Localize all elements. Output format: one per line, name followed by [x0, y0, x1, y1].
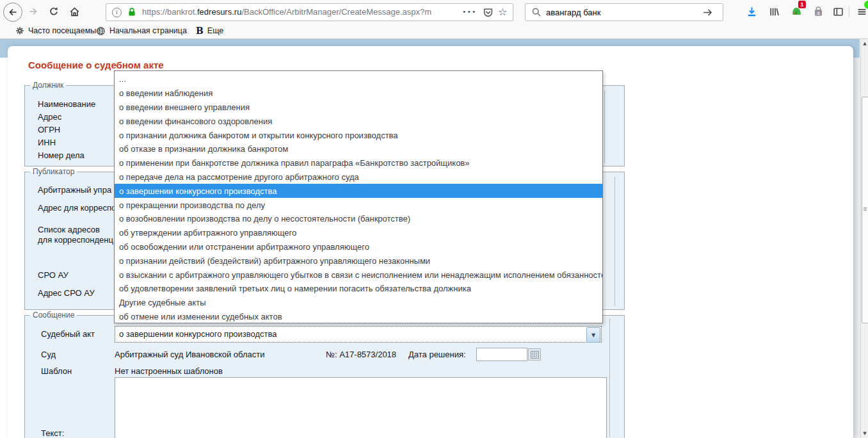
- browser-toolbar: i https://bankrot.fedresurs.ru/BackOffic…: [0, 0, 868, 23]
- scrollbar-grip-icon: [864, 207, 867, 211]
- bookmark-label: Начальная страница: [109, 26, 187, 35]
- update-badge-icon: ↑: [864, 1, 868, 9]
- forward-button[interactable]: [24, 3, 42, 20]
- browser-window: i https://bankrot.fedresurs.ru/BackOffic…: [0, 0, 868, 438]
- bookmark-label: Часто посещаемые: [28, 26, 100, 35]
- message-legend: Сообщение: [30, 311, 77, 320]
- judicial-act-option[interactable]: Другие судебные акты: [115, 296, 602, 310]
- field-label: Номер дела: [38, 150, 84, 161]
- select-dropdown-button[interactable]: ▼: [586, 327, 600, 343]
- hidden-control-edge: [604, 90, 605, 163]
- downloads-icon[interactable]: [743, 4, 760, 19]
- court-label: Суд: [41, 350, 56, 359]
- avast-addon-icon[interactable]: 1: [788, 4, 805, 19]
- scrollbar-up-icon[interactable]: ▲: [861, 41, 868, 46]
- field-label: ОГРН: [38, 125, 60, 135]
- publisher-legend: Публикатор: [30, 167, 77, 177]
- avast-badge: 1: [798, 1, 806, 8]
- field-label: Адрес для корреспо: [38, 203, 116, 213]
- bookmark-most-visited[interactable]: Часто посещаемые: [13, 24, 103, 37]
- hidden-control-edge: [615, 177, 615, 306]
- judicial-act-option[interactable]: о введении внешнего управления: [115, 101, 602, 115]
- back-arrow-icon: [8, 7, 18, 17]
- field-label: Арбитражный упра: [38, 185, 111, 195]
- judicial-act-option[interactable]: об отказе в признании должника банкротом: [115, 142, 602, 156]
- decision-date-label: Дата решения:: [408, 350, 466, 359]
- home-button[interactable]: [65, 3, 83, 20]
- judicial-act-listbox: ...о введении наблюденияо введении внешн…: [114, 70, 603, 323]
- message-text-area[interactable]: [115, 377, 607, 438]
- menu-hamburger-icon[interactable]: ↑: [853, 4, 868, 19]
- judicial-act-option[interactable]: о завершении конкурсного производства: [115, 184, 602, 198]
- judicial-act-option[interactable]: о взыскании с арбитражного управляющего …: [115, 268, 602, 282]
- judicial-act-option[interactable]: об освобождении или отстранении арбитраж…: [115, 240, 602, 254]
- url-text: https://bankrot.fedresurs.ru/BackOffice/…: [142, 4, 457, 20]
- search-icon: [531, 7, 542, 20]
- page-actions-icon[interactable]: •••: [462, 4, 476, 20]
- judicial-act-label: Судебный акт: [41, 329, 95, 339]
- calendar-icon: [531, 351, 539, 359]
- url-domain: fedresurs.ru: [197, 7, 241, 17]
- field-label: Адрес: [38, 112, 61, 122]
- bookmark-more[interactable]: B Еще: [193, 24, 226, 37]
- url-bar[interactable]: i https://bankrot.fedresurs.ru/BackOffic…: [106, 3, 513, 21]
- pocket-icon[interactable]: [483, 7, 494, 20]
- chevron-down-icon: ▼: [591, 332, 595, 338]
- template-value: Нет настроенных шаблонов: [115, 366, 223, 376]
- template-label: Шаблон: [41, 366, 72, 376]
- page-title: Сообщение о судебном акте: [28, 60, 164, 70]
- toolbar-divider: [849, 6, 849, 17]
- safeprice-addon-icon[interactable]: a: [810, 4, 826, 19]
- globe-icon: [96, 26, 106, 36]
- field-label: СРО АУ: [38, 270, 68, 280]
- b-favicon: B: [196, 26, 204, 35]
- judicial-act-option[interactable]: об утверждении арбитражного управляющего: [115, 226, 602, 240]
- judicial-act-option[interactable]: об удовлетворении заявлений третьих лиц …: [115, 282, 602, 296]
- field-label: Список адресов для корреспонденц: [38, 225, 113, 245]
- judicial-act-select[interactable]: о завершении конкурсного производства ▼: [115, 326, 602, 343]
- scrollbar-down-icon[interactable]: ▼: [861, 431, 868, 436]
- gear-icon: [15, 26, 24, 35]
- bookmark-star-icon[interactable]: ☆: [498, 4, 507, 20]
- judicial-act-option[interactable]: о введении финансового оздоровления: [115, 114, 602, 128]
- decision-date-input[interactable]: [476, 348, 527, 361]
- message-fieldset: Сообщение Судебный акт о завершении конк…: [24, 315, 625, 438]
- bookmark-start-page[interactable]: Начальная страница: [93, 24, 189, 37]
- text-label: Текст:: [41, 428, 64, 438]
- calendar-button[interactable]: [528, 348, 541, 361]
- judicial-act-option[interactable]: о применении при банкротстве должника пр…: [115, 156, 602, 170]
- reload-button[interactable]: [45, 3, 63, 20]
- judicial-act-option[interactable]: ...: [115, 72, 602, 86]
- search-input[interactable]: [545, 4, 695, 20]
- bookmark-label: Еще: [207, 26, 223, 35]
- field-label: Наименование: [38, 99, 95, 110]
- debtor-legend: Должник: [30, 81, 66, 90]
- case-number: №: А17-8573/2018: [326, 350, 396, 359]
- home-icon: [69, 6, 80, 17]
- bookmarks-bar: Часто посещаемые Начальная страница B Ещ…: [0, 23, 868, 39]
- svg-text:a: a: [817, 10, 820, 15]
- reload-icon: [49, 6, 59, 17]
- judicial-act-option[interactable]: о прекращении производства по делу: [115, 198, 602, 212]
- sidebars-icon[interactable]: [830, 4, 846, 19]
- judicial-act-option[interactable]: об отмене или изменении судебных актов: [115, 310, 602, 324]
- field-label: Адрес СРО АУ: [38, 288, 95, 298]
- judicial-act-value: о завершении конкурсного производства: [119, 327, 277, 342]
- scrollbar-thumb[interactable]: [862, 97, 868, 323]
- lock-icon: [127, 7, 137, 20]
- judicial-act-option[interactable]: о признании действий (бездействий) арбит…: [115, 254, 602, 268]
- field-label: ИНН: [38, 138, 56, 148]
- search-bar: [525, 3, 723, 21]
- judicial-act-option[interactable]: о возобновлении производства по делу о н…: [115, 212, 602, 226]
- judicial-act-option[interactable]: о введении наблюдения: [115, 86, 602, 101]
- court-name: Арбитражный суд Ивановской области: [115, 350, 264, 359]
- library-icon[interactable]: [766, 4, 782, 19]
- judicial-act-option[interactable]: о передаче дела на рассмотрение другого …: [115, 170, 602, 184]
- judicial-act-option[interactable]: о признании должника банкротом и открыти…: [115, 128, 602, 142]
- page-info-icon[interactable]: i: [112, 8, 122, 17]
- url-fade: [439, 4, 461, 20]
- back-button[interactable]: [3, 3, 22, 22]
- search-go-icon[interactable]: [702, 7, 713, 20]
- url-path: /BackOffice/ArbitrManager/CreateMessage.…: [241, 7, 431, 17]
- vertical-scrollbar[interactable]: ▲ ▼: [860, 39, 868, 438]
